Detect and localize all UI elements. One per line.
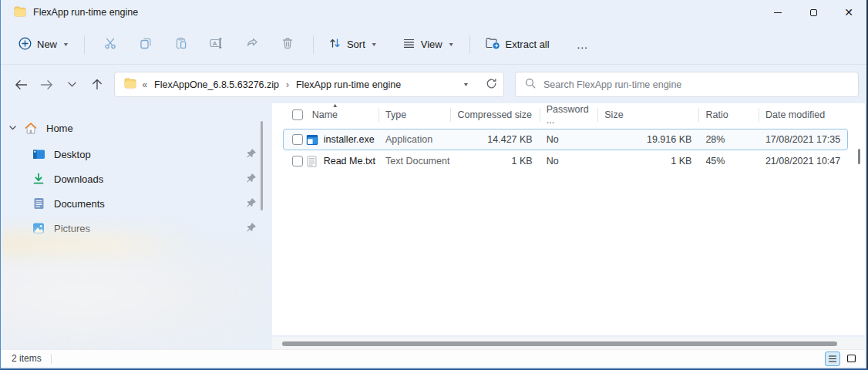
- sidebar-item-label: Documents: [54, 198, 105, 210]
- scissors-icon: [103, 36, 117, 52]
- chevron-down-icon: ▼: [448, 42, 455, 48]
- sort-ascending-icon: ▲: [332, 102, 338, 108]
- navigation-pane: Home Desktop Downloads Documents: [1, 103, 272, 351]
- ratio: 45%: [705, 156, 725, 166]
- column-label: Size: [604, 109, 623, 120]
- arrow-right-icon: [40, 79, 53, 90]
- file-type: Text Document: [385, 156, 449, 166]
- new-button[interactable]: New ▼: [12, 32, 76, 57]
- paste-icon: [174, 36, 188, 52]
- pin-icon: [246, 173, 257, 183]
- ratio: 28%: [705, 134, 725, 145]
- item-count: 2 items: [12, 353, 42, 364]
- sidebar-item-desktop[interactable]: Desktop: [1, 142, 272, 166]
- file-row-read-me-txt[interactable]: Read Me.txt Text Document 1 KB No 1 KB 4…: [272, 150, 865, 172]
- copy-icon: [139, 36, 153, 52]
- details-view-button[interactable]: [825, 352, 840, 366]
- column-header-ratio[interactable]: Ratio: [699, 103, 759, 126]
- column-header-compressed-size[interactable]: Compressed size: [451, 103, 540, 126]
- row-checkbox[interactable]: [292, 134, 303, 145]
- view-button-label: View: [421, 39, 442, 50]
- see-more-button[interactable]: …: [567, 38, 598, 51]
- sidebar-item-label: Home: [46, 123, 73, 134]
- sidebar-item-documents[interactable]: Documents: [1, 191, 272, 216]
- recent-locations-button[interactable]: [59, 72, 85, 97]
- date-modified: 17/08/2021 17:35: [765, 134, 840, 145]
- file-size: 1 KB: [671, 156, 691, 166]
- minimize-icon: [774, 12, 782, 13]
- paste-button[interactable]: [163, 32, 199, 58]
- extract-folder-icon: [485, 36, 500, 52]
- desktop-icon: [32, 147, 45, 161]
- search-input[interactable]: Search FlexApp run-time engine: [515, 72, 859, 97]
- column-header-password[interactable]: Password ...: [540, 103, 599, 126]
- downloads-icon: [32, 172, 45, 186]
- rename-icon: A: [209, 36, 224, 52]
- column-header-type[interactable]: Type: [379, 103, 451, 126]
- select-all-cell: [272, 103, 306, 126]
- file-list-pane: Name ▲ Type Compressed size Password ...…: [272, 103, 865, 335]
- breadcrumb-separator[interactable]: ›: [286, 79, 289, 90]
- view-button[interactable]: View ▼: [395, 32, 462, 56]
- sidebar-scrollbar[interactable]: [261, 121, 263, 210]
- rename-button[interactable]: A: [199, 32, 234, 58]
- address-bar[interactable]: « FlexAppOne_6.8.5.63276.zip › FlexApp r…: [114, 72, 504, 97]
- address-dropdown-button[interactable]: ▼: [463, 82, 469, 88]
- delete-button[interactable]: [270, 32, 305, 58]
- back-button[interactable]: [8, 72, 34, 97]
- breadcrumb-zip[interactable]: FlexAppOne_6.8.5.63276.zip: [153, 78, 281, 92]
- compressed-size: 14.427 KB: [487, 134, 532, 145]
- sidebar-item-label: Desktop: [54, 149, 91, 160]
- close-button[interactable]: ✕: [831, 0, 866, 25]
- column-label: Ratio: [705, 109, 728, 120]
- column-label: Compressed size: [457, 109, 532, 120]
- select-all-checkbox[interactable]: [292, 109, 303, 120]
- breadcrumb-overflow[interactable]: «: [142, 79, 147, 90]
- home-icon: [24, 121, 38, 135]
- file-type: Application: [385, 134, 432, 145]
- maximize-icon: [810, 9, 817, 16]
- close-icon: ✕: [844, 7, 853, 18]
- forward-button[interactable]: [34, 72, 59, 97]
- sidebar-item-label: Downloads: [54, 173, 103, 185]
- copy-button[interactable]: [128, 32, 163, 58]
- blurred-content: [1, 254, 263, 351]
- search-icon: [525, 78, 536, 91]
- sort-button[interactable]: Sort ▼: [321, 32, 385, 56]
- application-icon: [306, 133, 318, 146]
- thumbnail-view-button[interactable]: [843, 352, 859, 366]
- row-checkbox[interactable]: [292, 156, 303, 166]
- file-size: 19.916 KB: [647, 134, 691, 145]
- new-button-label: New: [37, 39, 57, 50]
- file-row-installer-exe[interactable]: installer.exe Application 14.427 KB No 1…: [272, 129, 865, 150]
- breadcrumb-current-folder[interactable]: FlexApp run-time engine: [294, 78, 402, 92]
- extract-all-button[interactable]: Extract all: [478, 32, 557, 57]
- column-header-name[interactable]: Name ▲: [306, 103, 379, 126]
- refresh-icon: [486, 78, 497, 89]
- file-name: installer.exe: [324, 134, 375, 145]
- compressed-size: 1 KB: [512, 156, 533, 166]
- up-button[interactable]: [85, 72, 110, 97]
- minimize-button[interactable]: [760, 0, 796, 25]
- cut-button[interactable]: [93, 32, 128, 58]
- share-button[interactable]: [234, 32, 270, 58]
- sidebar-item-downloads[interactable]: Downloads: [1, 166, 272, 191]
- horizontal-scrollbar-thumb[interactable]: [282, 341, 837, 346]
- toolbar-divider: [313, 35, 314, 54]
- password-protected: No: [547, 134, 559, 145]
- chevron-down-icon[interactable]: [1, 126, 24, 130]
- search-placeholder: Search FlexApp run-time engine: [543, 79, 681, 90]
- toolbar-divider: [469, 35, 470, 54]
- address-row: « FlexAppOne_6.8.5.63276.zip › FlexApp r…: [1, 66, 866, 103]
- column-header-date-modified[interactable]: Date modified: [759, 103, 865, 126]
- column-label: Name: [312, 109, 338, 120]
- share-icon: [245, 36, 259, 52]
- column-label: Password ...: [547, 104, 599, 126]
- maximize-button[interactable]: [796, 0, 831, 25]
- view-list-icon: [402, 37, 415, 52]
- column-label: Date modified: [765, 109, 825, 120]
- sidebar-item-home[interactable]: Home: [1, 116, 272, 140]
- file-explorer-window: FlexApp run-time engine ✕ New ▼: [0, 0, 868, 370]
- refresh-button[interactable]: [486, 78, 497, 92]
- column-header-size[interactable]: Size: [598, 103, 699, 126]
